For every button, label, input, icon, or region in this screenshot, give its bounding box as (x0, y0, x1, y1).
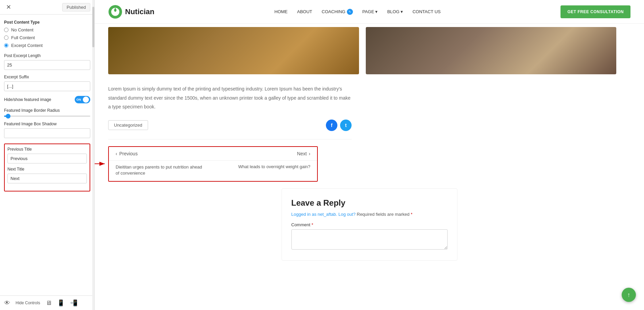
post-nav-header: ‹ Previous Next › (109, 147, 317, 161)
nav-cta-button[interactable]: GET FREE CONSULTATION (560, 5, 630, 18)
navbar: Nutician HOME ABOUT COACHING ✎ PAGE ▾ BL… (95, 0, 644, 24)
excerpt-suffix-input[interactable] (4, 81, 90, 91)
tablet-icon[interactable]: 📱 (57, 299, 65, 307)
nav-page[interactable]: PAGE ▾ (362, 9, 378, 14)
previous-title-label: Previous Title (7, 147, 87, 152)
next-title-input[interactable] (7, 174, 87, 183)
toggle-knob (83, 97, 89, 103)
published-badge: Published (62, 3, 90, 11)
nav-about[interactable]: ABOUT (297, 9, 312, 14)
radio-group-content-type: No Content Full Content Excerpt Content (4, 27, 90, 48)
logout-link[interactable]: Log out? (338, 212, 356, 217)
facebook-icon[interactable]: f (326, 120, 337, 131)
radio-excerpt-content[interactable]: Excerpt Content (4, 43, 90, 48)
next-post-title[interactable]: What leads to overnight weight gain? (238, 164, 310, 176)
radio-no-content[interactable]: No Content (4, 27, 90, 32)
previous-next-highlight-box: Previous Title Next Title (4, 144, 90, 191)
box-shadow-label: Featured Image Box Shadow (4, 122, 90, 126)
logo-icon (108, 5, 122, 19)
post-nav-next[interactable]: Next › (297, 151, 310, 156)
toggle-on-text: ON (76, 98, 81, 101)
radio-full-content[interactable]: Full Content (4, 35, 90, 40)
lorem-text: Lorem Ipsum is simply dummy text of the … (108, 84, 352, 111)
excerpt-length-label: Post Excerpt Length (4, 53, 90, 58)
prev-chevron: ‹ (116, 151, 117, 156)
divider (108, 139, 352, 139)
social-icons: f t (326, 120, 352, 131)
radio-full-content-label: Full Content (11, 35, 35, 40)
nav-home[interactable]: HOME (275, 9, 288, 14)
radio-no-content-label: No Content (11, 27, 33, 32)
coaching-label: COACHING (322, 9, 345, 14)
panel-header: ✕ Published (0, 0, 94, 15)
comment-label: Comment * (291, 222, 448, 227)
red-arrow-svg (95, 154, 108, 174)
next-title-label: Next Title (7, 167, 87, 172)
left-panel: ✕ Published Post Content Type No Content… (0, 0, 95, 310)
excerpt-suffix-label: Excerpt Suffix (4, 75, 90, 79)
hide-controls-text[interactable]: Hide Controls (16, 301, 40, 305)
panel-footer: 👁 Hide Controls 🖥 📱 📲 (0, 295, 94, 310)
desktop-icon[interactable]: 🖥 (46, 300, 52, 307)
previous-title-input[interactable] (7, 154, 87, 163)
featured-image-label: Hide/show featured image (4, 97, 51, 102)
logo-text: Nutician (125, 7, 154, 16)
leave-reply-section: Leave a Reply Logged in as net_aftab. Lo… (282, 188, 457, 261)
image-row (108, 27, 630, 74)
main-area: Nutician HOME ABOUT COACHING ✎ PAGE ▾ BL… (95, 0, 644, 310)
prev-post-title[interactable]: Dieititan urges parents to put nutrition… (116, 164, 203, 176)
uncategorized-tag[interactable]: Uncategorized (108, 120, 148, 130)
mobile-icon[interactable]: 📲 (70, 299, 77, 307)
comment-textarea[interactable] (291, 229, 448, 250)
required-text: Required fields are marked * (357, 212, 412, 217)
previous-label: Previous (119, 151, 138, 156)
main-content: Lorem Ipsum is simply dummy text of the … (95, 27, 644, 274)
post-content-type-label: Post Content Type (4, 20, 90, 25)
featured-image-toggle-row: Hide/show featured image ON (4, 96, 90, 103)
food-image-2 (366, 27, 617, 74)
featured-image-toggle[interactable]: ON (75, 96, 90, 103)
post-nav-previous[interactable]: ‹ Previous (116, 151, 138, 156)
tag-social-row: Uncategorized f t (108, 120, 352, 131)
radio-excerpt-content-label: Excerpt Content (11, 43, 43, 48)
scroll-up-button[interactable]: ↑ (622, 288, 636, 302)
twitter-icon[interactable]: t (340, 120, 352, 131)
panel-content: Post Content Type No Content Full Conten… (0, 15, 94, 295)
border-radius-slider-row: Featured Image Border Radius (4, 108, 90, 117)
eye-icon[interactable]: 👁 (4, 300, 10, 307)
excerpt-length-input[interactable] (4, 60, 90, 70)
nav-links: HOME ABOUT COACHING ✎ PAGE ▾ BLOG ▾ CONT… (275, 9, 441, 15)
coaching-edit-icon: ✎ (347, 9, 353, 15)
nav-logo: Nutician (108, 5, 154, 19)
food-image-1 (108, 27, 359, 74)
border-radius-track[interactable] (4, 115, 90, 117)
close-button[interactable]: ✕ (4, 3, 13, 11)
scrollbar-thumb[interactable] (92, 7, 94, 47)
border-radius-thumb[interactable] (6, 114, 10, 119)
border-radius-label: Featured Image Border Radius (4, 108, 90, 113)
nav-contact[interactable]: CONTACT US (412, 9, 440, 14)
box-shadow-input[interactable] (4, 128, 90, 138)
asterisk: * (411, 212, 412, 217)
post-nav-box: ‹ Previous Next › Dieititan urges parent… (108, 146, 318, 182)
scrollbar-track (92, 0, 94, 310)
login-link[interactable]: Logged in as net_aftab. (291, 212, 337, 217)
nav-blog[interactable]: BLOG ▾ (387, 9, 403, 14)
login-text: Logged in as net_aftab. Log out? Require… (291, 212, 448, 217)
next-label: Next (297, 151, 307, 156)
nav-coaching[interactable]: COACHING ✎ (322, 9, 353, 15)
next-chevron: › (309, 151, 310, 156)
leave-reply-title: Leave a Reply (291, 198, 448, 208)
post-nav-titles: Dieititan urges parents to put nutrition… (109, 161, 317, 181)
post-nav-wrapper: ‹ Previous Next › Dieititan urges parent… (108, 146, 325, 182)
